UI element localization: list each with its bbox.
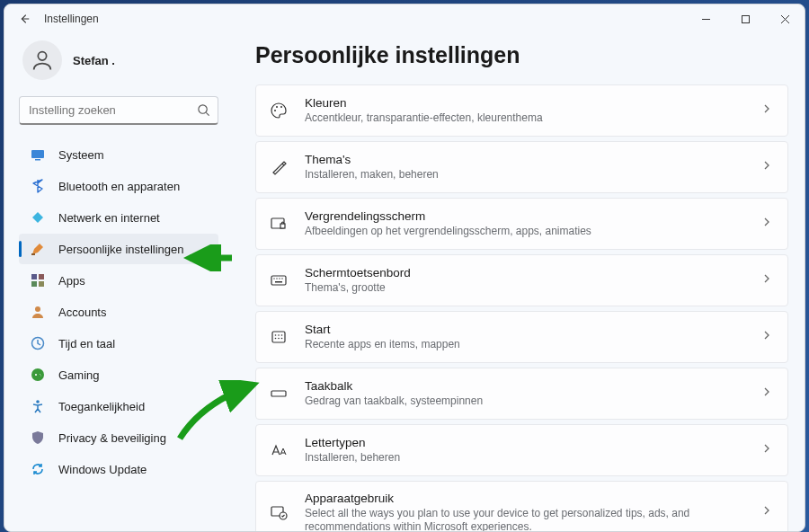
svg-rect-6 [31,274,37,279]
bluetooth-icon [30,178,46,194]
sidebar-item-label: Apps [58,274,85,288]
card-title: Kleuren [305,95,751,111]
settings-card-taskbar[interactable]: TaakbalkGedrag van taakbalk, systeempinn… [255,368,788,420]
search-icon [197,103,210,120]
sidebar-item-label: Tijd en taal [58,337,115,350]
back-arrow-icon [18,13,31,25]
svg-point-15 [276,106,278,108]
sidebar-item-label: Toegankelijkheid [58,400,145,413]
sidebar-item-gaming[interactable]: Gaming [19,359,218,390]
settings-card-list: KleurenAccentkleur, transparantie-effect… [255,84,788,531]
chevron-right-icon [760,216,773,232]
settings-card-start[interactable]: StartRecente apps en items, mappen [255,311,788,363]
nav-list: SysteemBluetooth en apparatenNetwerk en … [19,139,234,484]
user-profile[interactable]: Stefan . [19,40,234,80]
chevron-right-icon [760,102,773,119]
settings-window: Instellingen Stefan . [4,4,805,532]
sidebar-item-network[interactable]: Netwerk en internet [19,202,218,233]
card-text: LettertypenInstalleren, beheren [305,435,751,465]
sidebar-item-accounts[interactable]: Accounts [19,297,218,327]
card-title: Vergrendelingsscherm [305,208,751,225]
search-box[interactable] [19,96,218,125]
sidebar-item-system[interactable]: Systeem [19,139,218,170]
maximize-button[interactable] [725,5,765,32]
search-input[interactable] [29,103,191,117]
sidebar-item-privacy[interactable]: Privacy & beveiliging [19,422,218,453]
card-text: StartRecente apps en items, mappen [305,322,751,351]
settings-card-themes[interactable]: Thema'sInstalleren, maken, beheren [255,141,788,193]
svg-point-21 [276,278,277,279]
personalization-icon [30,241,46,257]
card-text: KleurenAccentkleur, transparantie-effect… [305,95,751,125]
card-title: Start [305,322,751,338]
accessibility-icon [30,398,46,414]
chevron-right-icon [760,272,773,288]
svg-rect-8 [31,281,37,287]
svg-rect-18 [280,224,285,228]
sidebar-item-label: Persoonlijke instellingen [58,243,183,256]
card-title: Apparaatgebruik [305,491,751,507]
svg-point-29 [275,338,277,340]
update-icon [30,461,46,477]
svg-rect-32 [271,391,286,396]
svg-rect-3 [31,150,44,158]
sidebar-item-bluetooth[interactable]: Bluetooth en apparaten [19,171,218,201]
start-icon [269,327,289,347]
card-title: Lettertypen [305,435,751,451]
svg-rect-7 [39,274,44,279]
taskbar-icon [269,384,289,403]
privacy-icon [30,430,46,446]
svg-point-16 [280,106,282,108]
minimize-button[interactable] [686,5,725,32]
svg-point-2 [199,105,207,113]
settings-card-touchkeyboard[interactable]: SchermtoetsenbordThema's, grootte [255,254,788,306]
card-desc: Thema's, grootte [305,281,751,296]
main-content: Persoonlijke instellingen KleurenAccentk… [234,33,805,531]
card-title: Taakbalk [305,378,751,395]
sidebar-item-label: Privacy & beveiliging [58,431,166,445]
card-text: SchermtoetsenbordThema's, grootte [305,265,751,295]
sidebar-item-label: Netwerk en internet [58,211,160,225]
svg-point-12 [31,368,44,381]
sidebar-item-label: Gaming [58,368,100,382]
settings-card-fonts[interactable]: LettertypenInstalleren, beheren [255,424,788,476]
svg-point-27 [278,334,280,336]
svg-point-13 [36,400,40,403]
user-icon [30,48,55,73]
sidebar-item-label: Bluetooth en apparaten [58,180,180,193]
window-controls [686,5,805,32]
sidebar-item-label: Systeem [58,148,104,162]
sidebar-item-label: Windows Update [58,463,147,476]
sidebar-item-update[interactable]: Windows Update [19,454,218,484]
settings-card-lockscreen[interactable]: VergrendelingsschermAfbeeldingen op het … [255,198,788,250]
settings-card-deviceusage[interactable]: ApparaatgebruikSelect all the ways you p… [255,481,788,531]
sidebar-item-personalization[interactable]: Persoonlijke instellingen [19,234,218,264]
sidebar-item-apps[interactable]: Apps [19,265,218,296]
chevron-right-icon [760,504,773,520]
svg-point-14 [274,110,276,111]
svg-point-31 [281,338,283,340]
system-icon [30,146,46,163]
themes-icon [269,157,289,177]
svg-point-1 [38,52,46,60]
sidebar: Stefan . SysteemBluetooth en apparatenNe… [4,33,234,531]
chevron-right-icon [760,329,773,345]
card-title: Thema's [305,152,751,168]
settings-card-colors[interactable]: KleurenAccentkleur, transparantie-effect… [255,84,788,137]
back-button[interactable] [12,6,37,31]
sidebar-item-accessibility[interactable]: Toegankelijkheid [19,391,218,421]
sidebar-item-label: Accounts [58,306,106,319]
window-title: Instellingen [44,13,686,25]
card-text: ApparaatgebruikSelect all the ways you p… [305,491,751,531]
page-title: Persoonlijke instellingen [255,42,788,68]
chevron-right-icon [760,442,773,458]
svg-point-10 [35,306,40,312]
titlebar: Instellingen [4,4,805,33]
deviceusage-icon [269,502,289,522]
lockscreen-icon [269,214,289,234]
chevron-right-icon [760,159,773,175]
card-desc: Accentkleur, transparantie-effecten, kle… [305,111,751,126]
close-button[interactable] [765,5,805,32]
touchkeyboard-icon [269,270,289,290]
sidebar-item-time[interactable]: Tijd en taal [19,328,218,359]
